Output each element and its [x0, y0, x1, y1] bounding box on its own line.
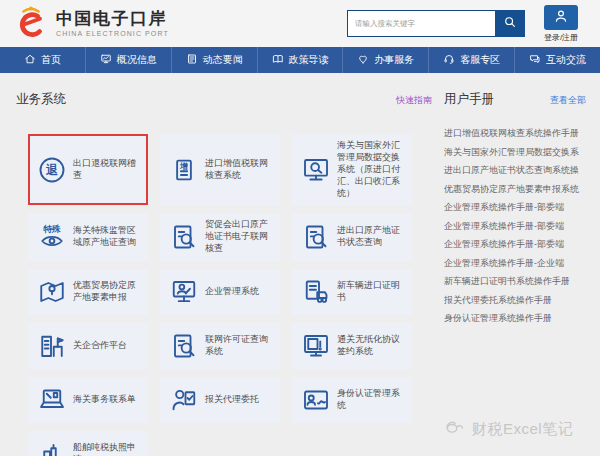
monitor-sign-icon [301, 331, 331, 361]
nav-item-services[interactable]: 办事服务 [343, 47, 429, 73]
card-label: 海关特殊监管区域原产地证查询 [73, 225, 142, 249]
nav-item-overview[interactable]: 概况信息 [86, 47, 172, 73]
login-area: 登录/注册 [534, 5, 588, 43]
card-special-zone-origin-query[interactable]: 特殊 海关特殊监管区域原产地证查询 [28, 213, 148, 261]
id-card-icon [301, 385, 331, 415]
manual-list: 进口增值税联网核查系统操作手册 海关与国家外汇管理局数据交换系 进出口原产地证书… [444, 124, 586, 328]
card-origin-cert-status-query[interactable]: 进出口原产地证书状态查询 [292, 213, 412, 261]
nav-label: 首页 [41, 53, 61, 67]
card-label: 海关与国家外汇管理局数据交换系统（原进口付汇、出口收汇系统） [337, 140, 406, 199]
tax-refund-circle-icon: 退 [37, 155, 67, 185]
nav-label: 动态要闻 [203, 53, 243, 67]
person-clipboard-icon [169, 385, 199, 415]
login-register-link[interactable]: 登录/注册 [544, 32, 578, 43]
card-label: 关企合作平台 [73, 340, 127, 352]
support-headset-icon [443, 53, 455, 67]
card-ccpit-origin-check[interactable]: 贸促会出口原产地证书电子联网核查 [160, 213, 280, 261]
section-title: 业务系统 [16, 91, 66, 108]
nav-item-news[interactable]: 动态要闻 [172, 47, 258, 73]
logo-text: 中国电子口岸 CHINA ELECTRONIC PORT [56, 10, 169, 38]
nav-label: 政策导读 [289, 53, 329, 67]
card-export-tax-refund[interactable]: 退 出口退税联网稽查 [28, 134, 148, 205]
card-label: 海关事务联系单 [73, 394, 136, 406]
monitor-search-icon [301, 155, 331, 185]
manual-link[interactable]: 企业管理系统操作手册-企业端 [444, 254, 586, 273]
search-icon [503, 15, 517, 32]
ship-icon [37, 439, 67, 456]
services-heart-icon [357, 53, 369, 67]
manual-link[interactable]: 企业管理系统操作手册-部委端 [444, 235, 586, 254]
quick-guide-link[interactable]: 快速指南 [396, 94, 432, 107]
site-title: 中国电子口岸 [56, 10, 169, 29]
manual-link[interactable]: 报关代理委托系统操作手册 [444, 291, 586, 310]
header: 中国电子口岸 CHINA ELECTRONIC PORT 登录/注册 [0, 0, 600, 47]
card-customs-affairs-contact[interactable]: 海关事务联系单 [28, 377, 148, 423]
home-icon [24, 53, 36, 67]
main-nav: 首页 概况信息 动态要闻 政策导读 办事服务 客服专区 互动交流 [0, 47, 600, 73]
manual-link[interactable]: 进口增值税联网核查系统操作手册 [444, 124, 586, 143]
watermark-logo-icon [444, 416, 466, 442]
user-icon [553, 8, 569, 27]
card-label: 报关代理委托 [205, 394, 259, 406]
manual-link[interactable]: 企业管理系统操作手册-部委端 [444, 198, 586, 217]
login-button[interactable] [544, 5, 578, 30]
special-eye-icon: 特殊 [37, 222, 67, 252]
card-networked-license-query[interactable]: 联网许可证查询系统 [160, 323, 280, 369]
manual-link[interactable]: 企业管理系统操作手册-部委端 [444, 217, 586, 236]
building-flag-icon [37, 331, 67, 361]
business-systems-section: 业务系统 快速指南 退 出口退税联网稽查 增 进口增值税联网核查系统 海 [14, 87, 434, 456]
watermark: 财税Excel笔记 [444, 416, 586, 456]
nav-item-support[interactable]: 客服专区 [429, 47, 515, 73]
user-manual-sidebar: 用户手册 查看全部 进口增值税联网核查系统操作手册 海关与国家外汇管理局数据交换… [444, 87, 586, 456]
card-import-vat-check[interactable]: 增 进口增值税联网核查系统 [160, 134, 280, 205]
content: 业务系统 快速指南 退 出口退税联网稽查 增 进口增值税联网核查系统 海 [0, 73, 600, 456]
search-bar [347, 10, 525, 37]
overview-monitor-icon [100, 53, 112, 67]
policy-book-icon [272, 53, 284, 67]
card-ship-tonnage-tax-license[interactable]: 船舶吨税执照申请 [28, 431, 148, 456]
card-paperless-clearance-agreement[interactable]: 通关无纸化协议签约系统 [292, 323, 412, 369]
svg-text:特殊: 特殊 [42, 225, 61, 235]
svg-text:增: 增 [179, 161, 188, 170]
document-truck-icon [301, 277, 331, 307]
document-search-icon [169, 222, 199, 252]
nav-label: 互动交流 [546, 53, 586, 67]
card-label: 出口退税联网稽查 [73, 158, 142, 182]
nav-label: 客服专区 [460, 53, 500, 67]
nav-label: 办事服务 [374, 53, 414, 67]
card-label: 进出口原产地证书状态查询 [337, 225, 406, 249]
card-label: 企业管理系统 [205, 286, 259, 298]
document-search-icon [169, 331, 199, 361]
monitor-user-icon [169, 277, 199, 307]
news-document-icon [186, 53, 198, 67]
card-preferential-trade-declaration[interactable]: 优惠贸易协定原产地要素申报 [28, 269, 148, 315]
nav-item-interaction[interactable]: 互动交流 [515, 47, 600, 73]
card-customs-forex-exchange[interactable]: 海关与国家外汇管理局数据交换系统（原进口付汇、出口收汇系统） [292, 134, 412, 205]
card-customs-broker-entrust[interactable]: 报关代理委托 [160, 377, 280, 423]
manual-link[interactable]: 身份认证管理系统操作手册 [444, 309, 586, 328]
laptop-icon [37, 385, 67, 415]
manual-link[interactable]: 海关与国家外汇管理局数据交换系 [444, 143, 586, 162]
card-label: 贸促会出口原产地证书电子联网核查 [205, 219, 274, 255]
nav-item-policy[interactable]: 政策导读 [258, 47, 344, 73]
card-enterprise-management[interactable]: 企业管理系统 [160, 269, 280, 315]
search-button[interactable] [495, 10, 525, 37]
manual-link[interactable]: 新车辆进口证明书系统操作手册 [444, 272, 586, 291]
view-all-link[interactable]: 查看全部 [550, 94, 586, 107]
site-logo[interactable]: 中国电子口岸 CHINA ELECTRONIC PORT [12, 3, 169, 45]
card-new-vehicle-import-cert[interactable]: 新车辆进口证明书 [292, 269, 412, 315]
nav-label: 概况信息 [117, 53, 157, 67]
interaction-chat-icon [529, 53, 541, 67]
card-label: 船舶吨税执照申请 [73, 442, 142, 456]
manual-link[interactable]: 进出口原产地证书状态查询系统操 [444, 161, 586, 180]
card-identity-auth-management[interactable]: 身份认证管理系统 [292, 377, 412, 423]
manual-link[interactable]: 优惠贸易协定原产地要素申报系统 [444, 180, 586, 199]
search-input[interactable] [347, 10, 495, 37]
sidebar-title: 用户手册 [444, 91, 494, 108]
nav-item-home[interactable]: 首页 [0, 47, 86, 73]
card-label: 通关无纸化协议签约系统 [337, 334, 406, 358]
card-customs-enterprise-platform[interactable]: 关企合作平台 [28, 323, 148, 369]
card-label: 新车辆进口证明书 [337, 280, 406, 304]
card-label: 优惠贸易协定原产地要素申报 [73, 280, 142, 304]
document-search-icon [301, 222, 331, 252]
